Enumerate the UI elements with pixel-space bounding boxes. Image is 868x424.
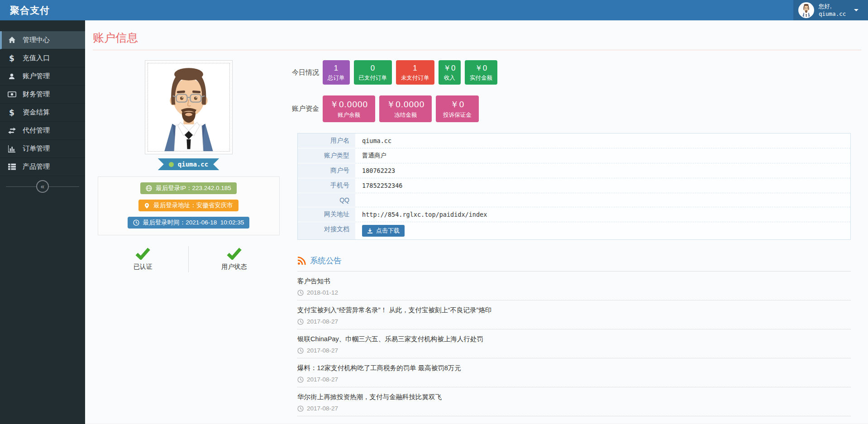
today-stats-label: 今日情况 (292, 68, 323, 77)
check-icon (135, 248, 150, 260)
table-row-doc: 对接文档 点击下载 (298, 222, 850, 239)
list-item: 爆料：12家支付机构吃了工商税务的罚单 最高被罚8万元 2017-08-27 (297, 358, 851, 387)
globe-icon (146, 185, 152, 191)
user-icon (7, 73, 17, 80)
sidebar-item-label: 代付管理 (23, 126, 50, 135)
announcement-link[interactable]: 银联ChinaPay、巾帼三六五、乐易三家支付机构被上海人行处罚 (297, 335, 851, 343)
sidebar-item-label: 管理中心 (23, 36, 50, 44)
status-row: 已认证 用户状态 (98, 246, 280, 272)
list-item: 银联ChinaPay、巾帼三六五、乐易三家支付机构被上海人行处罚 2017-08… (297, 329, 851, 358)
funds-stats-label: 账户资金 (292, 105, 323, 113)
details-column: 今日情况 1总订单 0已支付订单 1未支付订单 ￥0收入 ￥0实 (292, 60, 851, 416)
clock-icon (297, 319, 304, 325)
user-name: qiuma.cc (819, 10, 846, 17)
table-row: 账户类型 普通商户 (298, 148, 850, 163)
last-login-panel: 最后登录IP：223.242.0.185 最后登录地址：安徽省安庆市 最后登录时… (98, 176, 280, 235)
announcement-link[interactable]: 爆料：12家支付机构吃了工商税务的罚单 最高被罚8万元 (297, 364, 851, 372)
last-login-address-badge: 最后登录地址：安徽省安庆市 (138, 200, 238, 211)
clock-icon (133, 219, 139, 226)
table-row: QQ (298, 193, 850, 207)
download-icon (367, 228, 373, 234)
user-state-label: 用户状态 (221, 263, 247, 271)
list-item: 华尔街上再掀投资热潮，支付与金融科技比翼双飞 2017-08-27 (297, 387, 851, 416)
clock-icon (297, 290, 304, 296)
profile-column: qiuma.cc 最后登录IP：223.242.0.185 最后登录地址：安徽省… (85, 60, 292, 416)
sidebar-item-settlement[interactable]: $ 资金结算 (0, 104, 85, 122)
grid-list-icon (7, 163, 17, 170)
header-spacer (50, 0, 793, 20)
stat-actual-paid: ￥0实付金额 (465, 60, 497, 85)
top-header: 聚合支付 您好, qiuma.cc (0, 0, 868, 20)
profile-avatar-card (145, 60, 233, 154)
username-ribbon: qiuma.cc (158, 158, 219, 170)
today-stats-row: 今日情况 1总订单 0已支付订单 1未支付订单 ￥0收入 ￥0实 (292, 60, 851, 85)
sidebar-item-account[interactable]: 账户管理 (0, 67, 85, 86)
sidebar-item-label: 账户管理 (23, 72, 50, 81)
bar-chart-icon (7, 145, 17, 152)
sidebar-item-recharge[interactable]: $ 充值入口 (0, 49, 85, 67)
account-info-table: 用户名 qiuma.cc 账户类型 普通商户 商户号 180762223 手机号… (297, 133, 851, 240)
sidebar-item-label: 订单管理 (23, 144, 50, 153)
stat-income: ￥0收入 (439, 60, 461, 85)
stat-complaint-deposit: ￥0投诉保证金 (436, 95, 479, 122)
dollar-icon: $ (7, 54, 17, 63)
sidebar-collapse-row: « (0, 176, 85, 197)
location-pin-icon (144, 203, 150, 209)
list-item: 支付宝被列入“经营异常名录”！ 从此，支付宝被刻上“不良记录”烙印 2017-0… (297, 300, 851, 329)
sidebar: 管理中心 $ 充值入口 账户管理 财务管理 $ 资金结算 代付管理 订单管理 产… (0, 20, 85, 424)
table-row: 网关地址 http://854.rglxc.top/paididx/index (298, 207, 850, 222)
clock-icon (297, 348, 304, 354)
download-doc-button[interactable]: 点击下载 (362, 225, 405, 237)
last-login-ip-badge: 最后登录IP：223.242.0.185 (140, 182, 237, 194)
sidebar-item-label: 财务管理 (23, 90, 50, 99)
brand-logo: 聚合支付 (0, 0, 50, 20)
last-login-time-badge: 最后登录时间：2021-06-18 10:02:35 (128, 217, 250, 229)
home-icon (7, 36, 17, 44)
user-state-status: 用户状态 (188, 246, 280, 272)
sidebar-item-label: 资金结算 (23, 108, 50, 117)
verified-label: 已认证 (134, 263, 153, 271)
sidebar-item-dashboard[interactable]: 管理中心 (0, 31, 85, 49)
check-icon (227, 248, 242, 260)
stat-account-balance: ￥0.0000账户余额 (323, 95, 375, 122)
sidebar-item-label: 产品管理 (23, 162, 50, 171)
user-greeting-block: 您好, qiuma.cc (819, 3, 846, 18)
table-row: 商户号 180762223 (298, 163, 850, 178)
clock-icon (297, 376, 304, 383)
user-menu[interactable]: 您好, qiuma.cc (793, 0, 868, 20)
clock-icon (297, 405, 304, 412)
announcement-link[interactable]: 华尔街上再掀投资热潮，支付与金融科技比翼双飞 (297, 393, 851, 401)
stat-paid-orders: 0已支付订单 (354, 60, 392, 85)
sidebar-item-finance[interactable]: 财务管理 (0, 86, 85, 104)
announcement-link[interactable]: 客户告知书 (297, 277, 851, 286)
ribbon-username: qiuma.cc (178, 161, 208, 168)
system-announcements: 系统公告 客户告知书 2018-01-12 支付宝被列入“经营异常名录”！ 从此… (297, 255, 851, 416)
table-row: 手机号 17852252346 (298, 178, 850, 193)
sidebar-collapse-button[interactable]: « (36, 180, 49, 193)
main-content: 账户信息 qiuma.cc 最后登录IP：223.242.0.185 最 (85, 20, 868, 424)
page-title: 账户信息 (93, 30, 861, 50)
stat-unpaid-orders: 1未支付订单 (396, 60, 434, 85)
transfer-arrows-icon (7, 128, 17, 134)
profile-avatar-image (148, 63, 230, 152)
sidebar-item-orders[interactable]: 订单管理 (0, 140, 85, 158)
stat-frozen-amount: ￥0.0000冻结金额 (379, 95, 432, 122)
sidebar-item-label: 充值入口 (23, 54, 50, 62)
rss-icon (297, 257, 306, 265)
sidebar-item-payout[interactable]: 代付管理 (0, 122, 85, 140)
sidebar-item-products[interactable]: 产品管理 (0, 158, 85, 176)
table-row: 用户名 qiuma.cc (298, 133, 850, 148)
user-greeting: 您好, (819, 3, 831, 10)
chevron-down-icon (854, 9, 858, 14)
list-item: 客户告知书 2018-01-12 (297, 272, 851, 300)
announcement-link[interactable]: 支付宝被列入“经营异常名录”！ 从此，支付宝被刻上“不良记录”烙印 (297, 306, 851, 314)
dollar-icon: $ (7, 108, 17, 117)
verified-status: 已认证 (98, 246, 189, 272)
online-status-dot (169, 162, 174, 167)
user-avatar (798, 2, 814, 18)
stat-total-orders: 1总订单 (323, 60, 350, 85)
money-bill-icon (7, 91, 17, 97)
funds-stats-row: 账户资金 ￥0.0000账户余额 ￥0.0000冻结金额 ￥0投诉保证金 (292, 95, 851, 122)
announcements-title: 系统公告 (310, 255, 342, 266)
